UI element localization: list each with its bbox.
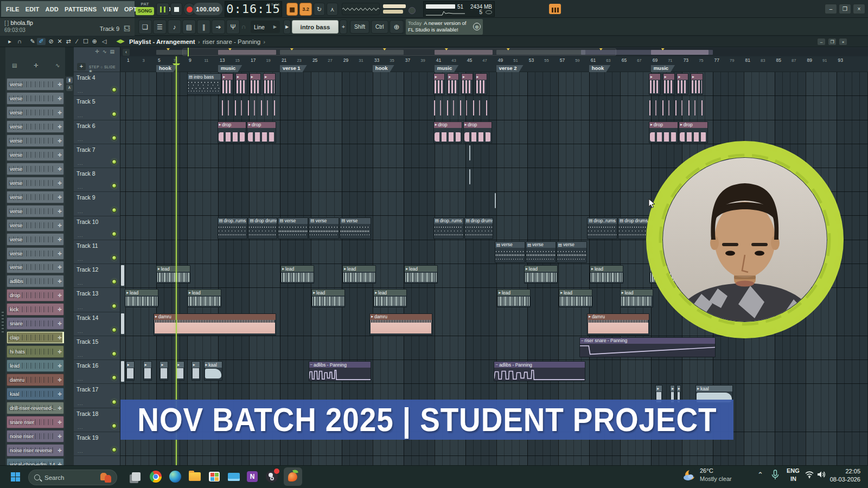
- damru-clip[interactable]: ▸damru: [154, 313, 276, 336]
- stop-button[interactable]: [170, 3, 182, 16]
- piano-keyboard-icon[interactable]: [549, 4, 561, 14]
- track-options-dots[interactable]: ...: [78, 209, 84, 214]
- pattern-item-verse[interactable]: verse✛: [7, 247, 64, 260]
- picker-grid-icon[interactable]: ▤: [12, 62, 17, 68]
- minimize-button[interactable]: –: [825, 4, 837, 14]
- track-header-track-16[interactable]: Track 16...: [74, 360, 120, 384]
- track-options-dots[interactable]: ...: [78, 256, 84, 262]
- playlist-button[interactable]: ▤: [182, 20, 196, 34]
- a-pink-clip[interactable]: ▸: [676, 73, 688, 95]
- weather-icon[interactable]: [682, 468, 697, 483]
- track-options-dots[interactable]: ...: [78, 352, 84, 358]
- verse-clip[interactable]: ▤verse: [495, 241, 525, 263]
- track-header-track-6[interactable]: Track 6...: [74, 120, 120, 144]
- sliver-clip[interactable]: [469, 169, 470, 184]
- a-pink-clip[interactable]: ▸: [475, 73, 488, 95]
- pattern-item-verse[interactable]: verse✛: [7, 163, 64, 175]
- wifi-icon[interactable]: [805, 471, 814, 478]
- touch-keyboard-icon[interactable]: [227, 470, 241, 484]
- volume-icon[interactable]: [817, 471, 826, 478]
- menu-item-edit[interactable]: EDIT: [25, 6, 40, 12]
- lead-clip[interactable]: ▸lead: [156, 265, 190, 284]
- menu-item-view[interactable]: VIEW: [103, 6, 118, 12]
- track-options-dots[interactable]: ...: [78, 113, 84, 118]
- draw-tool-icon[interactable]: ✎: [28, 38, 37, 45]
- pattern-item-verse[interactable]: verse✛: [7, 134, 64, 147]
- select-tool-icon[interactable]: ☐: [81, 38, 90, 45]
- track-header-track-19[interactable]: Track 19...: [74, 432, 120, 456]
- pattern-item-verse[interactable]: verse✛: [7, 177, 64, 189]
- pattern-item-drop[interactable]: drop✛: [7, 289, 64, 301]
- sliver-light-clip[interactable]: [121, 313, 124, 334]
- track-options-dots[interactable]: ...: [78, 448, 84, 454]
- drop-drums-clip[interactable]: ▤drop drums: [464, 217, 494, 239]
- lead-clip[interactable]: ▸lead: [373, 289, 407, 307]
- song-marker-verse-2[interactable]: verse 2: [496, 65, 524, 72]
- scroll-left-icon[interactable]: ‹: [123, 49, 130, 56]
- track-enable-led[interactable]: [112, 400, 117, 404]
- a-gray-clip[interactable]: ▸: [159, 361, 168, 381]
- pattern-selector[interactable]: intro bass: [292, 20, 339, 34]
- add-pattern-button[interactable]: +: [340, 20, 347, 34]
- menu-item-file[interactable]: FILE: [6, 6, 20, 12]
- a-pink-clip[interactable]: ▸: [221, 73, 233, 95]
- track-enable-led[interactable]: [112, 232, 117, 236]
- lead-clip[interactable]: ▸lead: [311, 289, 345, 307]
- track-enable-led[interactable]: [112, 208, 117, 213]
- pattern-item-vocal-chop-edm-14-[interactable]: vocal-chop-edm_14..✛: [7, 458, 64, 465]
- add-track-button[interactable]: +: [77, 63, 86, 70]
- main-volume-slider[interactable]: [383, 4, 406, 8]
- countdown-button[interactable]: ⋏: [327, 3, 338, 16]
- language-region[interactable]: IN: [790, 476, 796, 482]
- lead-clip[interactable]: ▸lead: [342, 265, 376, 284]
- lead-clip[interactable]: ▸lead: [590, 265, 623, 284]
- track-header-track-10[interactable]: Track 10...: [74, 216, 120, 240]
- a-pink-clip[interactable]: ▸: [663, 73, 675, 95]
- piano-roll-button[interactable]: ♪: [168, 20, 181, 34]
- pattern-item-verse[interactable]: verse✛: [7, 261, 64, 273]
- track-enable-led[interactable]: [112, 423, 117, 428]
- drop-rums-clip[interactable]: ▤drop..rums: [433, 217, 464, 239]
- marker-row[interactable]: hookmusicverse 1hookmusicverse 2hookmusi…: [120, 65, 868, 72]
- slip-tool-icon[interactable]: ⇄: [64, 38, 73, 45]
- tray-mic-icon[interactable]: [771, 470, 779, 480]
- track-enable-led[interactable]: [112, 447, 117, 452]
- pattern-item-snare-riser[interactable]: snare riser✛: [7, 416, 64, 428]
- pattern-item-verse[interactable]: verse✛: [7, 219, 64, 232]
- song-marker-verse-1[interactable]: verse 1: [280, 65, 307, 72]
- track-options-dots[interactable]: ...: [78, 376, 84, 382]
- track-options-dots[interactable]: ...: [78, 280, 84, 286]
- damru-clip[interactable]: ▸damru: [369, 313, 432, 336]
- playlist-overview-strip[interactable]: ‹: [120, 48, 868, 56]
- start-button[interactable]: [11, 472, 20, 481]
- pattern-item-clap[interactable]: clap✛: [7, 331, 64, 344]
- verse-clip[interactable]: ▤verse: [557, 241, 587, 263]
- track-header-track-9[interactable]: Track 9...: [74, 192, 120, 216]
- pattern-item-verse[interactable]: verse✛: [7, 149, 64, 161]
- playlist-minimize-button[interactable]: –: [817, 38, 826, 46]
- track-header-track-17[interactable]: Track 17...: [74, 384, 120, 408]
- task-view-icon[interactable]: [129, 470, 143, 484]
- pattern-prev-button[interactable]: ▶: [283, 20, 291, 34]
- song-marker-hook[interactable]: hook: [373, 65, 394, 72]
- mute-tool-icon[interactable]: ✕: [55, 38, 64, 45]
- pattern-item-kaal[interactable]: kaal✛: [7, 388, 64, 400]
- weather-temp[interactable]: 26°C: [700, 467, 713, 474]
- a-gray-clip[interactable]: ▸: [143, 361, 152, 381]
- track-enable-led[interactable]: [112, 304, 117, 309]
- track-options-dots[interactable]: ...: [78, 88, 84, 94]
- browser-button[interactable]: ❏: [138, 20, 152, 34]
- track-header-track-4[interactable]: Track 4...: [74, 72, 120, 96]
- onenote-icon[interactable]: N: [245, 470, 259, 484]
- a-pink-clip[interactable]: ▸: [263, 73, 276, 95]
- tray-chevron-icon[interactable]: ⌃: [757, 471, 763, 479]
- drop-clip[interactable]: ▸drop: [433, 121, 463, 143]
- a-gray-clip[interactable]: ▸: [126, 361, 135, 381]
- kaal-clip[interactable]: ▸kaal: [204, 361, 223, 381]
- timeline-header[interactable]: ‹ 13579111315171921232527293133353739414…: [120, 47, 868, 72]
- a-pink-clip[interactable]: ▸: [691, 73, 703, 95]
- adlibs-panning-clip[interactable]: ~adlibs - Panning: [494, 361, 585, 381]
- song-marker-hook[interactable]: hook: [589, 65, 611, 72]
- scrollbar-handle[interactable]: ▮: [66, 77, 73, 84]
- tempo-display[interactable]: 100.000: [193, 3, 222, 15]
